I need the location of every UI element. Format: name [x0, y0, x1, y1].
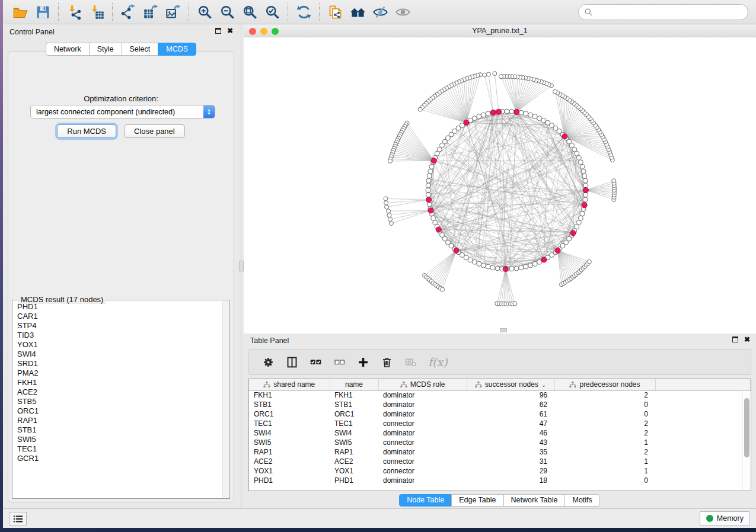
table-row[interactable]: RAP1RAP1dominator352	[249, 447, 751, 457]
export-network-icon[interactable]	[117, 2, 139, 22]
tab-style[interactable]: Style	[89, 43, 122, 56]
criterion-select[interactable]: largest connected component (undirected)…	[30, 105, 215, 118]
zoom-selected-icon[interactable]	[261, 2, 283, 22]
table-row[interactable]: TEC1TEC1connector472	[249, 419, 751, 428]
ring-node[interactable]	[582, 174, 587, 178]
ring-node[interactable]	[528, 113, 533, 117]
leaf-node[interactable]	[418, 107, 422, 111]
show-all-icon[interactable]	[391, 2, 414, 22]
table-row[interactable]: SWI5SWI5connector431	[249, 438, 751, 447]
ring-node[interactable]	[427, 174, 432, 178]
save-icon[interactable]	[31, 2, 54, 22]
memory-button[interactable]: Memory	[700, 511, 750, 525]
refresh-icon[interactable]	[292, 2, 315, 22]
tab-node-table[interactable]: Node Table	[399, 494, 452, 507]
leaf-node[interactable]	[553, 89, 557, 94]
ring-node[interactable]	[524, 111, 528, 116]
ring-node[interactable]	[429, 164, 434, 169]
ring-node[interactable]	[519, 110, 524, 115]
ring-node[interactable]	[428, 169, 433, 174]
list-item[interactable]: GCR1	[13, 454, 222, 463]
gear-icon[interactable]	[262, 356, 275, 368]
close-panel-button[interactable]: Close panel	[124, 124, 185, 138]
leaf-node[interactable]	[387, 209, 391, 213]
ring-node[interactable]	[426, 193, 430, 197]
mcds-node[interactable]	[583, 188, 589, 193]
list-item[interactable]: SWI5	[13, 435, 222, 444]
leaf-node[interactable]	[388, 159, 393, 163]
mcds-node[interactable]	[490, 110, 496, 116]
ring-node[interactable]	[486, 264, 490, 269]
leaf-node[interactable]	[389, 222, 393, 226]
list-item[interactable]: STP4	[13, 321, 222, 331]
network-canvas[interactable]	[244, 37, 756, 334]
leaf-node[interactable]	[483, 73, 487, 77]
table-row[interactable]: STB1STB1dominator620	[249, 400, 751, 409]
tab-motifs[interactable]: Motifs	[564, 494, 599, 507]
mcds-node[interactable]	[570, 230, 576, 236]
ring-node[interactable]	[427, 202, 432, 207]
list-item[interactable]: STB5	[13, 397, 222, 406]
ring-node[interactable]	[578, 216, 583, 220]
tab-select[interactable]: Select	[122, 43, 159, 56]
ring-node[interactable]	[509, 267, 514, 271]
list-item[interactable]: SWI4	[13, 350, 222, 359]
import-table-icon[interactable]	[85, 2, 108, 22]
table-scrollbar[interactable]	[742, 391, 750, 490]
col-predecessor-nodes[interactable]: predecessor nodes	[554, 379, 655, 390]
table-scroll-thumb[interactable]	[744, 398, 749, 457]
leaf-node[interactable]	[513, 302, 517, 306]
task-history-button[interactable]	[9, 512, 27, 525]
hide-selected-icon[interactable]	[369, 2, 391, 22]
close-panel-icon[interactable]: ✖	[744, 336, 750, 342]
ring-node[interactable]	[578, 160, 583, 165]
table-row[interactable]: FKH1FKH1dominator962	[249, 390, 751, 400]
open-folder-icon[interactable]	[9, 2, 31, 22]
float-panel-icon[interactable]	[215, 28, 221, 34]
ring-node[interactable]	[583, 197, 588, 202]
list-item[interactable]: TEC1	[13, 444, 222, 454]
ring-node[interactable]	[477, 114, 481, 119]
export-table-icon[interactable]	[139, 2, 162, 22]
leaf-node[interactable]	[384, 201, 388, 205]
add-column-icon[interactable]	[357, 356, 369, 368]
mcds-node[interactable]	[428, 208, 433, 213]
list-item[interactable]: CAR1	[13, 312, 222, 321]
leaf-node[interactable]	[493, 72, 497, 76]
table-row[interactable]: ORC1ORC1dominator610	[249, 409, 751, 419]
ring-node[interactable]	[495, 266, 500, 271]
ring-node[interactable]	[481, 263, 486, 268]
search-input[interactable]	[596, 8, 748, 17]
list-item[interactable]: ORC1	[13, 406, 222, 416]
first-neighbors-icon[interactable]	[346, 2, 369, 22]
run-mcds-button[interactable]: Run MCDS	[57, 124, 116, 138]
table-row[interactable]: ACE2ACE2connector311	[249, 457, 751, 466]
mcds-node[interactable]	[582, 203, 587, 208]
leaf-node[interactable]	[384, 197, 388, 201]
mcds-node[interactable]	[541, 257, 547, 262]
ring-node[interactable]	[583, 193, 588, 197]
mcds-node[interactable]	[503, 267, 508, 272]
leaf-node[interactable]	[487, 72, 491, 76]
ring-node[interactable]	[486, 111, 490, 116]
ring-node[interactable]	[519, 265, 524, 270]
show-columns-icon[interactable]	[286, 356, 298, 368]
ring-node[interactable]	[509, 109, 514, 114]
ring-node[interactable]	[576, 220, 581, 225]
mcds-node[interactable]	[514, 110, 519, 115]
ring-node[interactable]	[583, 178, 588, 183]
ring-node[interactable]	[537, 116, 542, 121]
mcds-node[interactable]	[562, 134, 567, 139]
ring-node[interactable]	[583, 183, 588, 188]
ring-node[interactable]	[426, 178, 431, 183]
list-item[interactable]: TID3	[13, 331, 222, 340]
col-shared-name[interactable]: shared name	[249, 379, 330, 390]
zoom-fit-icon[interactable]	[238, 2, 261, 22]
leaf-node[interactable]	[612, 179, 616, 183]
close-panel-icon[interactable]: ✖	[227, 28, 233, 34]
list-item[interactable]: STB1	[13, 425, 222, 435]
mcds-node[interactable]	[426, 197, 432, 203]
tab-edge-table[interactable]: Edge Table	[451, 494, 503, 507]
select-all-icon[interactable]	[310, 356, 322, 368]
list-item[interactable]: YOX1	[13, 340, 222, 350]
